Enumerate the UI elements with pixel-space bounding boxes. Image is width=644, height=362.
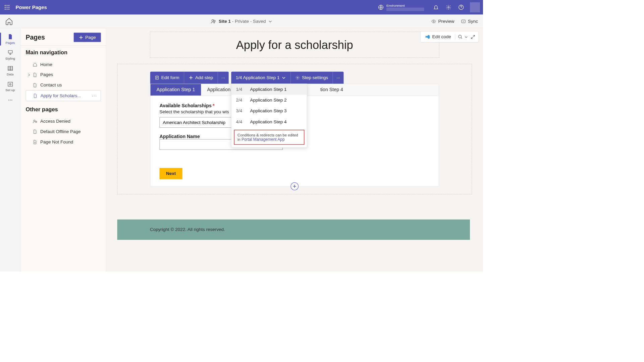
- settings-icon[interactable]: [443, 2, 454, 13]
- document-icon: [7, 34, 13, 40]
- chevron-down-icon[interactable]: [465, 35, 468, 39]
- more-icon: ···: [336, 75, 340, 80]
- svg-point-4: [7, 7, 8, 8]
- svg-rect-18: [8, 82, 13, 86]
- environment-icon: [378, 4, 384, 10]
- dropdown-footer-callout: Conditions & redirects can be edited in …: [234, 130, 305, 145]
- chevron-down-icon: [268, 19, 272, 23]
- person-icon: [33, 119, 38, 124]
- plus-icon: [189, 75, 194, 80]
- svg-point-6: [5, 9, 6, 10]
- user-avatar[interactable]: [470, 2, 480, 12]
- sub-header: Site 1 - Private - Saved Preview Sync: [0, 15, 483, 28]
- rail-styling[interactable]: Styling: [0, 47, 20, 63]
- edit-code-button[interactable]: Edit code: [424, 33, 452, 41]
- nav-item-offline[interactable]: Default Offline Page: [26, 126, 101, 137]
- more-icon: ···: [221, 75, 225, 80]
- svg-point-2: [8, 5, 9, 6]
- chevron-down-icon: [281, 75, 286, 80]
- vscode-icon: [425, 34, 430, 39]
- preview-button[interactable]: Preview: [431, 19, 454, 24]
- portal-management-link[interactable]: Portal Management App: [241, 137, 285, 142]
- canvas-toolbar: Edit code: [421, 32, 479, 42]
- gear-icon: [296, 75, 300, 80]
- nav-item-not-found[interactable]: Page Not Found: [26, 137, 101, 147]
- environment-value: [386, 7, 424, 11]
- add-section-button[interactable]: [290, 182, 299, 190]
- tab-step-4-partial[interactable]: tion Step 4: [314, 84, 349, 96]
- plus-icon: [292, 184, 297, 188]
- svg-point-0: [5, 5, 6, 6]
- canvas-area: Edit code Apply for a scholarship: [106, 28, 483, 272]
- svg-point-5: [8, 7, 9, 8]
- add-step-button[interactable]: Add step: [184, 72, 218, 84]
- svg-point-23: [34, 120, 35, 121]
- page-icon: [33, 94, 38, 98]
- notifications-icon[interactable]: [431, 2, 441, 13]
- step-dropdown: 1/4 Application Step 1 2/4 Application S…: [231, 84, 307, 148]
- svg-point-21: [10, 100, 10, 100]
- sync-icon: [461, 19, 466, 24]
- zoom-icon[interactable]: [458, 34, 463, 39]
- more-icon: [7, 97, 13, 103]
- nav-item-contact[interactable]: Contact us: [26, 80, 101, 90]
- nav-item-more-icon[interactable]: ···: [92, 93, 97, 99]
- svg-point-1: [7, 5, 8, 6]
- page-title: Apply for a scholarship: [156, 38, 433, 52]
- help-icon[interactable]: [456, 2, 467, 13]
- dropdown-step-2[interactable]: 2/4 Application Step 2: [231, 95, 307, 106]
- svg-point-14: [214, 20, 215, 21]
- pages-panel: Pages Page Main navigation Home Pages Co…: [21, 28, 106, 272]
- form-icon: [155, 75, 159, 80]
- svg-point-3: [5, 7, 6, 8]
- toolbar1-more-button[interactable]: ···: [218, 72, 229, 84]
- app-launcher-icon[interactable]: [3, 3, 11, 11]
- toolbar2-more-button[interactable]: ···: [333, 72, 343, 84]
- nav-item-home[interactable]: Home: [26, 59, 101, 70]
- rail-setup[interactable]: Set up: [0, 79, 20, 95]
- page-footer: Copyright © 2022. All rights reserved.: [117, 220, 470, 240]
- page-title-section[interactable]: Apply for a scholarship: [150, 32, 439, 58]
- step-picker-button[interactable]: 1/4 Application Step 1: [231, 72, 291, 84]
- site-status: - Private - Saved: [231, 19, 266, 24]
- footer-text: Copyright © 2022. All rights reserved.: [150, 227, 437, 232]
- home-icon: [33, 62, 38, 67]
- svg-point-10: [448, 7, 449, 8]
- svg-point-13: [212, 19, 214, 21]
- svg-point-19: [9, 83, 11, 85]
- edit-form-button[interactable]: Edit form: [150, 72, 184, 84]
- chevron-right-icon: [27, 72, 31, 77]
- page-icon: [33, 72, 38, 77]
- svg-point-20: [8, 100, 9, 100]
- svg-point-15: [433, 21, 434, 22]
- add-page-button[interactable]: Page: [74, 33, 101, 42]
- environment-selector[interactable]: Environment: [378, 4, 424, 11]
- svg-point-12: [461, 9, 461, 9]
- rail-data[interactable]: Data: [0, 63, 20, 79]
- home-icon[interactable]: [5, 17, 13, 25]
- page-icon: [33, 129, 38, 134]
- eye-icon: [431, 19, 436, 24]
- site-name: Site 1: [219, 19, 231, 24]
- dropdown-step-3[interactable]: 3/4 Application Step 3: [231, 106, 307, 116]
- site-selector[interactable]: Site 1 - Private - Saved: [211, 18, 272, 24]
- dropdown-step-1[interactable]: 1/4 Application Step 1: [231, 84, 307, 95]
- other-pages-heading: Other pages: [26, 106, 101, 113]
- rail-more[interactable]: [0, 95, 20, 106]
- page-error-icon: [33, 140, 38, 144]
- rail-pages[interactable]: Pages: [0, 31, 20, 47]
- sync-button[interactable]: Sync: [461, 19, 478, 24]
- nav-item-apply[interactable]: Apply for Scholars... ···: [26, 90, 101, 101]
- svg-point-27: [297, 77, 298, 78]
- nav-item-pages[interactable]: Pages: [26, 70, 101, 80]
- plus-icon: [79, 35, 84, 40]
- nav-item-access-denied[interactable]: Access Denied: [26, 116, 101, 127]
- site-icon: [211, 18, 216, 24]
- next-button[interactable]: Next: [160, 168, 182, 179]
- expand-icon[interactable]: [471, 34, 476, 39]
- tab-step-1[interactable]: Application Step 1: [151, 84, 201, 96]
- brand-title: Power Pages: [16, 4, 47, 10]
- dropdown-step-4[interactable]: 4/4 Application Step 4: [231, 116, 307, 127]
- step-settings-button[interactable]: Step settings: [291, 72, 333, 84]
- required-marker: *: [213, 103, 215, 109]
